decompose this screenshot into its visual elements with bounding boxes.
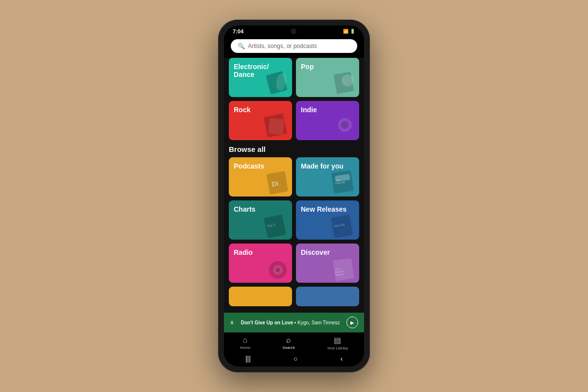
now-playing-artists: Kygo, Sam Tinnesz [297,320,340,325]
status-icons: 📶 🔋 [343,29,355,34]
category-label-indie: Indie [301,106,317,114]
category-card-indie[interactable]: Indie [296,101,359,140]
expand-icon[interactable]: ∧ [230,319,234,326]
category-card-partial1[interactable] [229,287,292,306]
card-decoration-pop [333,68,357,95]
category-label-discover: Discover [301,248,330,256]
category-label-new-releases: New Releases [301,205,346,213]
nav-label-library: Your Library [327,346,348,350]
android-home-btn[interactable]: ○ [294,355,297,363]
android-menu-btn[interactable]: ||| [245,355,251,363]
category-card-made-for-you[interactable]: Made for you Your Daily Mix [296,157,359,196]
browse-grid: Podcasts Di Made for you Your Daily Mix [229,157,359,306]
camera-notch [291,28,296,34]
now-playing-info: Don't Give Up on Love • Kygo, Sam Tinnes… [234,320,346,325]
category-card-new-releases[interactable]: New Releases New Mu [296,200,359,240]
status-bar: 7:04 📶 🔋 [224,25,364,36]
genre-grid: Electronic/ Dance Pop Rock [229,58,359,140]
nav-label-search: Search [283,345,295,350]
nav-label-home: Home [240,345,250,350]
category-label-rock: Rock [234,106,250,114]
browse-all-title: Browse all [229,145,359,153]
card-decoration-discover: Your Discover Weekly [330,255,357,281]
nav-item-library[interactable]: ▤ Your Library [327,336,348,350]
nav-item-search[interactable]: ⌕ Search [283,336,295,350]
category-label-podcasts: Podcasts [234,162,264,170]
search-icon: 🔍 [238,43,245,49]
card-decoration-charts: Top S [263,212,290,238]
category-label-charts: Charts [234,205,255,213]
category-card-charts[interactable]: Charts Top S [229,200,292,240]
svg-text:Di: Di [271,179,279,188]
svg-point-7 [341,121,349,129]
category-card-pop[interactable]: Pop [296,58,359,97]
search-placeholder-text: Artists, songs, or podcasts [248,43,317,49]
card-decoration-indie [330,111,357,138]
bottom-nav: ⌂ Home ⌕ Search ▤ Your Library [224,332,364,352]
content-area: Electronic/ Dance Pop Rock [224,58,364,313]
card-decoration-new-releases: New Mu [330,212,357,238]
home-icon: ⌂ [243,336,248,344]
card-decoration-made-for-you: Your Daily Mix [330,169,357,195]
card-decoration-radio [263,255,290,281]
category-card-podcasts[interactable]: Podcasts Di [229,157,292,196]
svg-rect-5 [269,118,285,135]
category-label-made-for-you: Made for you [301,162,343,170]
svg-point-3 [342,74,353,86]
now-playing-bar[interactable]: ∧ Don't Give Up on Love • Kygo, Sam Tinn… [224,313,364,332]
category-label-pop: Pop [301,63,314,71]
category-card-rock[interactable]: Rock [229,101,292,140]
category-card-electronic[interactable]: Electronic/ Dance [229,58,292,97]
phone-device: 7:04 📶 🔋 🔍 Artists, songs, or podcasts E… [218,20,370,372]
nav-item-home[interactable]: ⌂ Home [240,336,250,350]
search-nav-icon: ⌕ [286,336,291,344]
category-label-electronic: Electronic/ Dance [234,63,269,78]
status-time: 7:04 [233,28,244,34]
now-playing-song: Don't Give Up on Love [241,320,293,325]
battery-icon: 🔋 [350,29,355,34]
library-icon: ▤ [334,336,341,345]
card-decoration-electronic [266,68,290,95]
android-nav-bar: ||| ○ ‹ [224,352,364,367]
play-button[interactable]: ▶ [346,317,358,328]
category-card-radio[interactable]: Radio [229,244,292,283]
search-bar-container[interactable]: 🔍 Artists, songs, or podcasts [224,36,364,58]
card-decoration-rock [263,111,290,138]
wifi-icon: 📶 [343,29,348,34]
category-label-radio: Radio [234,248,253,256]
category-card-discover[interactable]: Discover Your Discover Weekly [296,244,359,283]
svg-point-20 [276,268,280,272]
android-back-btn[interactable]: ‹ [341,355,343,363]
search-input[interactable]: 🔍 Artists, songs, or podcasts [231,39,357,53]
card-decoration-podcasts: Di [267,170,290,195]
category-card-partial2[interactable] [296,287,359,306]
phone-screen: 7:04 📶 🔋 🔍 Artists, songs, or podcasts E… [224,25,364,367]
